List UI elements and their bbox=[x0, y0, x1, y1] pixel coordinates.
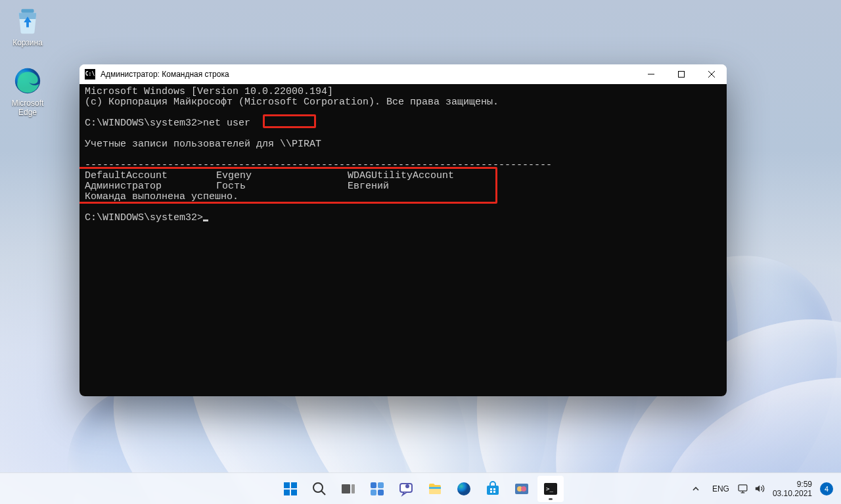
highlight-users bbox=[80, 167, 497, 204]
network-icon bbox=[737, 483, 748, 494]
svg-point-30 bbox=[521, 486, 526, 492]
system-icons[interactable] bbox=[737, 483, 765, 494]
svg-rect-25 bbox=[493, 488, 495, 490]
cmd-window: C:\ Администратор: Командная строка Micr… bbox=[80, 64, 727, 396]
svg-rect-21 bbox=[429, 487, 441, 489]
svg-point-10 bbox=[313, 483, 323, 492]
console-prompt: C:\WINDOWS\system32> bbox=[85, 212, 203, 223]
console-line: Учетные записи пользователей для \\PIRAT bbox=[85, 139, 321, 150]
svg-rect-7 bbox=[291, 482, 297, 488]
svg-rect-33 bbox=[739, 485, 747, 491]
minimize-button[interactable] bbox=[636, 64, 666, 84]
task-view-button[interactable] bbox=[335, 476, 361, 502]
svg-rect-17 bbox=[378, 490, 384, 495]
chat-button[interactable] bbox=[393, 476, 419, 502]
system-tray: ENG 9:59 03.10.2021 4 bbox=[687, 476, 841, 502]
svg-rect-27 bbox=[493, 491, 495, 493]
desktop-icon-label: Корзина bbox=[3, 38, 53, 47]
notification-count: 4 bbox=[825, 485, 829, 493]
svg-point-22 bbox=[457, 482, 470, 495]
svg-rect-15 bbox=[378, 482, 384, 488]
taskbar-center: >_ bbox=[277, 476, 564, 502]
edge-button[interactable] bbox=[451, 476, 477, 502]
svg-rect-6 bbox=[284, 482, 290, 488]
console-prompt: C:\WINDOWS\system32> bbox=[85, 118, 203, 129]
svg-rect-8 bbox=[284, 490, 290, 495]
desktop-icon-recycle-bin[interactable]: Корзина bbox=[3, 5, 53, 47]
svg-rect-24 bbox=[490, 488, 492, 490]
window-title: Администратор: Командная строка bbox=[101, 70, 229, 79]
edge-icon bbox=[12, 66, 43, 96]
svg-rect-16 bbox=[371, 490, 376, 495]
svg-rect-14 bbox=[371, 482, 376, 488]
maximize-button[interactable] bbox=[666, 64, 696, 84]
cmd-button[interactable]: >_ bbox=[537, 476, 564, 502]
svg-rect-26 bbox=[490, 491, 492, 493]
svg-point-19 bbox=[405, 484, 409, 488]
tray-overflow-button[interactable] bbox=[687, 476, 704, 502]
svg-rect-23 bbox=[487, 486, 499, 495]
search-button[interactable] bbox=[306, 476, 332, 502]
clock-time: 9:59 bbox=[773, 480, 812, 489]
cmd-icon: C:\ bbox=[85, 69, 95, 80]
svg-rect-13 bbox=[352, 484, 355, 493]
titlebar[interactable]: C:\ Администратор: Командная строка bbox=[80, 64, 727, 84]
console-output[interactable]: Microsoft Windows [Version 10.0.22000.19… bbox=[80, 84, 727, 396]
volume-icon bbox=[754, 483, 765, 494]
widgets-button[interactable] bbox=[364, 476, 390, 502]
start-button[interactable] bbox=[277, 476, 304, 502]
svg-rect-0 bbox=[21, 9, 34, 13]
notification-badge[interactable]: 4 bbox=[820, 482, 833, 495]
console-command: net user bbox=[203, 118, 250, 129]
close-button[interactable] bbox=[696, 64, 727, 84]
console-line: (c) Корпорация Майкрософт (Microsoft Cor… bbox=[85, 97, 499, 108]
recycle-bin-icon bbox=[12, 5, 43, 35]
taskbar: >_ ENG 9:59 03.10.2021 4 bbox=[0, 472, 841, 504]
text-cursor bbox=[203, 219, 208, 221]
clock-date: 03.10.2021 bbox=[773, 489, 812, 498]
clock[interactable]: 9:59 03.10.2021 bbox=[773, 480, 812, 498]
store-button[interactable] bbox=[480, 476, 506, 502]
highlight-command bbox=[263, 114, 316, 128]
svg-text:>_: >_ bbox=[546, 486, 553, 492]
svg-rect-9 bbox=[291, 490, 297, 495]
svg-rect-12 bbox=[342, 484, 350, 493]
console-line: Microsoft Windows [Version 10.0.22000.19… bbox=[85, 86, 333, 97]
desktop-icon-label: Microsoft Edge bbox=[3, 99, 53, 117]
file-explorer-button[interactable] bbox=[422, 476, 448, 502]
svg-line-11 bbox=[321, 491, 325, 495]
svg-rect-3 bbox=[679, 72, 685, 78]
language-indicator[interactable]: ENG bbox=[712, 484, 729, 493]
desktop-icon-edge[interactable]: Microsoft Edge bbox=[3, 66, 53, 117]
app-button[interactable] bbox=[509, 476, 535, 502]
